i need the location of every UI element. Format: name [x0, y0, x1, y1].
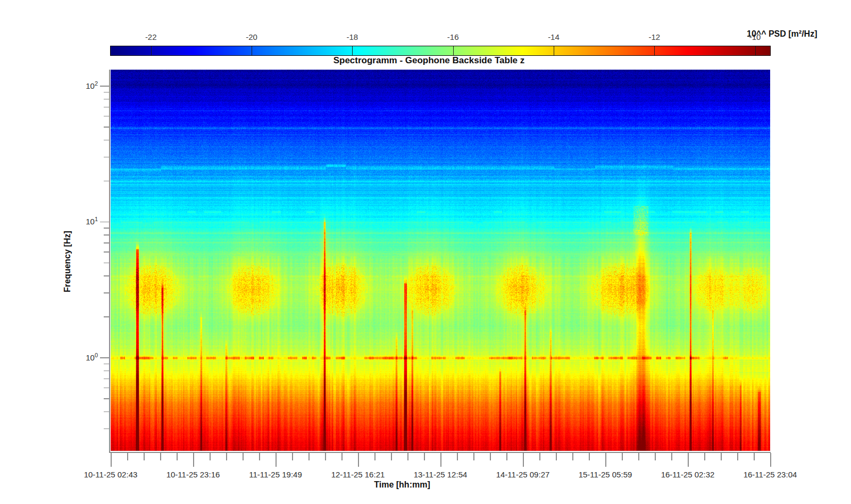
x-minor-tick — [721, 453, 722, 460]
x-minor-tick — [407, 453, 408, 460]
x-major-tick — [111, 453, 112, 467]
x-minor-tick — [308, 453, 310, 460]
x-major-tick — [770, 453, 771, 467]
y-minor-tick — [104, 116, 110, 117]
colorbar-tick — [654, 46, 655, 55]
y-axis-label: Frequency [Hz] — [63, 231, 72, 292]
x-major-tick — [276, 453, 277, 467]
x-minor-tick — [210, 453, 211, 460]
y-minor-tick — [104, 157, 110, 158]
colorbar-tick-label: -20 — [246, 32, 257, 41]
colorbar-tick-label: -14 — [548, 32, 560, 41]
x-minor-tick — [243, 453, 244, 460]
y-minor-tick — [104, 140, 110, 141]
y-tick-label-exponent: 0 — [95, 352, 98, 358]
y-minor-tick — [104, 127, 110, 128]
colorbar-tick-label: -12 — [648, 32, 660, 41]
y-tick-label-base: 10 — [86, 81, 95, 90]
y-minor-tick — [104, 181, 110, 182]
colorbar-tick — [352, 46, 353, 55]
x-minor-tick — [539, 453, 540, 460]
colorbar-gradient — [111, 46, 770, 55]
x-major-tick — [605, 453, 606, 467]
y-minor-tick — [104, 275, 110, 276]
y-minor-tick — [104, 371, 110, 372]
spectrogram-canvas — [111, 70, 770, 451]
y-major-tick — [100, 357, 110, 358]
x-minor-tick — [638, 453, 639, 460]
colorbar-tick — [755, 46, 756, 55]
y-minor-tick — [104, 107, 110, 108]
colorbar-tick-label: -16 — [447, 32, 459, 41]
y-minor-tick — [104, 99, 110, 100]
y-minor-tick — [104, 228, 110, 229]
x-minor-tick — [589, 453, 590, 460]
x-minor-tick — [127, 453, 128, 460]
y-tick-label: 101 — [66, 216, 98, 226]
x-minor-tick — [622, 453, 623, 460]
x-major-tick — [193, 453, 194, 467]
x-major-tick — [688, 453, 689, 467]
x-minor-tick — [341, 453, 343, 460]
x-minor-tick — [473, 453, 474, 460]
x-tick-label: 16-11-25 02:32 — [661, 470, 715, 479]
colorbar-tick-label: -22 — [145, 32, 157, 41]
y-minor-tick — [104, 242, 110, 243]
y-minor-tick — [104, 263, 110, 264]
x-minor-tick — [374, 453, 376, 460]
x-minor-tick — [259, 453, 260, 460]
colorbar-label: 10^^ PSD [m²/Hz] — [747, 29, 817, 39]
x-major-tick — [523, 453, 524, 467]
spectrogram-figure: Spectrogramm - Geophone Backside Table z… — [0, 0, 851, 504]
x-minor-tick — [160, 453, 161, 460]
y-tick-label-base: 10 — [86, 217, 95, 226]
x-tick-label: 14-11-25 09:27 — [496, 470, 550, 479]
x-minor-tick — [457, 453, 458, 460]
x-minor-tick — [177, 453, 178, 460]
x-tick-label: 10-11-25 02:43 — [84, 470, 138, 479]
x-axis-label: Time [hh:mm] — [349, 480, 455, 490]
y-minor-tick — [104, 379, 110, 380]
x-minor-tick — [754, 453, 755, 460]
y-minor-tick — [104, 398, 110, 399]
x-minor-tick — [424, 453, 425, 460]
x-minor-tick — [144, 453, 145, 460]
y-minor-tick — [104, 411, 110, 413]
x-minor-tick — [737, 453, 738, 460]
colorbar-tick — [252, 46, 252, 55]
x-tick-label: 12-11-25 16:21 — [331, 470, 385, 479]
y-minor-tick — [104, 364, 110, 365]
y-minor-tick — [104, 388, 110, 389]
y-minor-tick — [104, 92, 110, 93]
colorbar — [110, 46, 771, 56]
x-minor-tick — [572, 453, 573, 460]
x-minor-tick — [391, 453, 392, 460]
y-tick-label-exponent: 2 — [95, 80, 98, 87]
y-minor-tick — [104, 316, 110, 317]
x-minor-tick — [704, 453, 705, 460]
x-minor-tick — [490, 453, 491, 460]
colorbar-tick — [554, 46, 554, 55]
x-tick-label: 13-11-25 12:54 — [414, 470, 468, 479]
y-tick-label: 100 — [66, 352, 98, 362]
x-tick-label: 11-11-25 19:49 — [249, 470, 302, 479]
x-minor-tick — [655, 453, 656, 460]
x-major-tick — [358, 453, 359, 467]
y-tick-label-exponent: 1 — [95, 216, 98, 222]
y-minor-tick — [104, 429, 110, 430]
y-tick-label-base: 10 — [86, 353, 95, 362]
x-tick-label: 15-11-25 05:59 — [579, 470, 632, 479]
y-tick-label: 102 — [66, 80, 98, 90]
y-minor-tick — [104, 251, 110, 253]
x-minor-tick — [506, 453, 507, 460]
y-major-tick — [100, 86, 110, 87]
x-tick-label: 16-11-25 23:04 — [744, 470, 797, 479]
y-major-tick — [100, 222, 110, 223]
plot-title: Spectrogramm - Geophone Backside Table z — [98, 55, 760, 66]
x-tick-label: 10-11-25 23:16 — [166, 470, 220, 479]
colorbar-tick — [151, 46, 152, 55]
colorbar-tick — [453, 46, 454, 55]
colorbar-tick-label: -18 — [347, 32, 358, 41]
y-minor-tick — [104, 292, 110, 293]
x-minor-tick — [671, 453, 672, 460]
